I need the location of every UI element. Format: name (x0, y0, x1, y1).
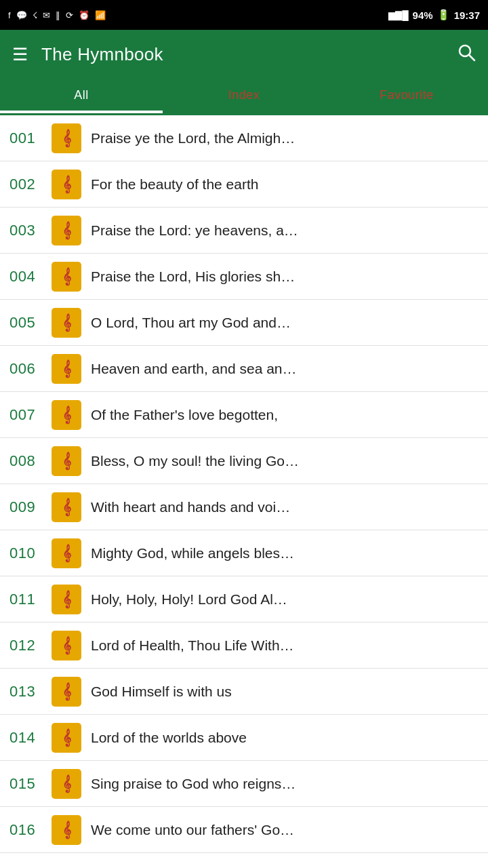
hymn-number: 002 (9, 176, 52, 193)
hymn-number: 004 (9, 268, 52, 285)
hymn-title: Of the Father's love begotten, (91, 407, 479, 423)
hymn-title: God Himself is with us (91, 684, 479, 700)
hymn-list: 001 𝄞 Praise ye the Lord, the Almigh… 00… (0, 115, 488, 853)
hymn-title: With heart and hands and voi… (91, 499, 479, 515)
hymn-music-icon: 𝄞 (52, 216, 81, 245)
hymn-music-icon: 𝄞 (52, 769, 81, 799)
hymn-music-icon: 𝄞 (52, 308, 81, 338)
clock: 19:37 (454, 9, 480, 21)
hymn-title: Lord of the worlds above (91, 730, 479, 746)
hymn-title: Praise the Lord: ye heavens, a… (91, 222, 479, 239)
hymn-title: Sing praise to God who reigns… (91, 776, 479, 792)
sim-icon: ‖ (56, 10, 60, 20)
hymn-list-item[interactable]: 006 𝄞 Heaven and earth, and sea an… (0, 346, 488, 392)
whatsapp-icon: 💬 (16, 10, 27, 20)
hymn-number: 014 (9, 729, 52, 747)
hymn-list-item[interactable]: 011 𝄞 Holy, Holy, Holy! Lord God Al… (0, 576, 488, 623)
hymn-music-icon: 𝄞 (52, 123, 81, 153)
hymn-title: For the beauty of the earth (91, 176, 479, 193)
tabs: All Index Favourite (0, 79, 488, 115)
hymn-list-item[interactable]: 014 𝄞 Lord of the worlds above (0, 715, 488, 761)
facebook-icon: f (8, 10, 11, 20)
hymn-number: 010 (9, 545, 52, 562)
hymn-list-item[interactable]: 012 𝄞 Lord of Health, Thou Life With… (0, 623, 488, 669)
battery-percent: 94% (413, 9, 433, 21)
status-right: ▆▇█ 94% 🔋 19:37 (388, 9, 480, 21)
hymn-number: 015 (9, 775, 52, 793)
hymn-number: 006 (9, 360, 52, 378)
wifi-icon: 📶 (95, 10, 106, 20)
hymn-list-item[interactable]: 009 𝄞 With heart and hands and voi… (0, 484, 488, 530)
hymn-number: 016 (9, 821, 52, 839)
tab-all[interactable]: All (0, 79, 163, 113)
hymn-title: Heaven and earth, and sea an… (91, 361, 479, 377)
signal-bars: ▆▇█ (388, 10, 408, 20)
hymn-number: 012 (9, 637, 52, 654)
hymn-list-item[interactable]: 008 𝄞 Bless, O my soul! the living Go… (0, 438, 488, 484)
hymn-music-icon: 𝄞 (52, 585, 81, 614)
message-icon: ✉ (43, 10, 50, 20)
hymn-music-icon: 𝄞 (52, 815, 81, 845)
app-bar: ☰ The Hymnbook (0, 30, 488, 79)
hymn-list-item[interactable]: 005 𝄞 O Lord, Thou art my God and… (0, 300, 488, 346)
svg-line-1 (470, 55, 475, 60)
hymn-list-item[interactable]: 004 𝄞 Praise the Lord, His glories sh… (0, 254, 488, 300)
search-icon[interactable] (457, 43, 476, 66)
hymn-number: 011 (9, 591, 52, 608)
hymn-title: Praise ye the Lord, the Almigh… (91, 130, 479, 146)
hymn-list-item[interactable]: 016 𝄞 We come unto our fathers' Go… (0, 807, 488, 853)
hymn-music-icon: 𝄞 (52, 538, 81, 568)
hymn-music-icon: 𝄞 (52, 492, 81, 522)
hymn-music-icon: 𝄞 (52, 723, 81, 753)
hymn-number: 007 (9, 406, 52, 424)
hymn-title: Lord of Health, Thou Life With… (91, 637, 479, 654)
hymn-list-item[interactable]: 013 𝄞 God Himself is with us (0, 669, 488, 715)
alarm-icon: ⏰ (79, 10, 89, 20)
hymn-music-icon: 𝄞 (52, 631, 81, 660)
rotate-icon: ⟳ (66, 10, 73, 20)
hymn-number: 001 (9, 130, 52, 147)
hymn-list-item[interactable]: 003 𝄞 Praise the Lord: ye heavens, a… (0, 208, 488, 254)
hymn-title: Bless, O my soul! the living Go… (91, 453, 479, 469)
usb-icon: ☇ (33, 10, 37, 20)
battery-icon: 🔋 (437, 9, 450, 21)
hymn-number: 009 (9, 498, 52, 516)
status-bar: f 💬 ☇ ✉ ‖ ⟳ ⏰ 📶 ▆▇█ 94% 🔋 19:37 (0, 0, 488, 30)
hymn-music-icon: 𝄞 (52, 677, 81, 707)
hymn-title: We come unto our fathers' Go… (91, 822, 479, 838)
hymn-music-icon: 𝄞 (52, 400, 81, 430)
hymn-music-icon: 𝄞 (52, 446, 81, 476)
hymn-music-icon: 𝄞 (52, 354, 81, 384)
hymn-number: 003 (9, 222, 52, 239)
status-icons: f 💬 ☇ ✉ ‖ ⟳ ⏰ 📶 (8, 10, 106, 20)
hymn-list-item[interactable]: 010 𝄞 Mighty God, while angels bles… (0, 530, 488, 576)
hymn-title: Mighty God, while angels bles… (91, 545, 479, 561)
hymn-list-item[interactable]: 001 𝄞 Praise ye the Lord, the Almigh… (0, 115, 488, 161)
hymn-list-item[interactable]: 007 𝄞 Of the Father's love begotten, (0, 392, 488, 438)
app-title: The Hymnbook (41, 44, 163, 65)
hymn-number: 008 (9, 452, 52, 470)
app-bar-left: ☰ The Hymnbook (12, 44, 163, 65)
hymn-title: Holy, Holy, Holy! Lord God Al… (91, 591, 479, 608)
hymn-number: 013 (9, 683, 52, 701)
tab-favourite[interactable]: Favourite (325, 79, 488, 113)
hymn-list-item[interactable]: 002 𝄞 For the beauty of the earth (0, 161, 488, 208)
hamburger-menu-icon[interactable]: ☰ (12, 44, 28, 65)
hymn-music-icon: 𝄞 (52, 170, 81, 199)
hymn-list-item[interactable]: 015 𝄞 Sing praise to God who reigns… (0, 761, 488, 807)
hymn-title: O Lord, Thou art my God and… (91, 315, 479, 331)
svg-point-0 (460, 45, 470, 56)
hymn-number: 005 (9, 314, 52, 332)
tab-index[interactable]: Index (163, 79, 325, 113)
hymn-title: Praise the Lord, His glories sh… (91, 269, 479, 285)
hymn-music-icon: 𝄞 (52, 262, 81, 292)
